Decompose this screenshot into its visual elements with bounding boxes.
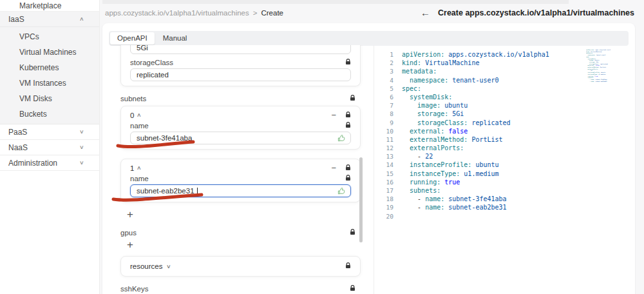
- subnet-item-0-header[interactable]: 0 ∧ −: [130, 111, 351, 119]
- lock-icon: [350, 95, 355, 103]
- subnet-item-0-card: 0 ∧ − name: [120, 106, 361, 150]
- chevron-down-icon: ∨: [79, 129, 84, 135]
- form-scrollbar[interactable]: [359, 157, 363, 242]
- sidebar-item-buckets[interactable]: Buckets: [0, 106, 99, 122]
- sidebar-item-virtual-machines[interactable]: Virtual Machines: [0, 44, 99, 60]
- code-line: 20: [374, 212, 635, 220]
- systemdisk-card: storageClass: [120, 45, 361, 86]
- main-area: apps.cozystack.io/v1alpha1/virtualmachin…: [100, 0, 644, 294]
- add-gpu-button[interactable]: +: [120, 239, 361, 251]
- create-card: OpenAPI Manual storageClass: [102, 23, 635, 294]
- yaml-editor[interactable]: 1apiVersion: apps.cozystack.io/v1alpha12…: [374, 45, 635, 294]
- code-line: 11 externalMethod: PortList: [374, 135, 635, 144]
- code-line: 17 subnets:: [374, 186, 635, 195]
- code-line: 14 instanceProfile: ubuntu: [374, 161, 635, 169]
- remove-item-button[interactable]: −: [331, 163, 336, 173]
- subnet-item-1-card: 1 ∧ − name: [120, 159, 361, 202]
- subnets-label: subnets: [120, 95, 146, 103]
- thumbs-up-icon[interactable]: [337, 187, 346, 197]
- code-line: 19 - name: subnet-eab2be31: [374, 203, 635, 211]
- thumbs-up-icon[interactable]: [337, 134, 346, 144]
- chevron-up-icon: ∧: [79, 16, 84, 22]
- code-line: 16 running: true: [374, 178, 635, 186]
- sidebar-item-marketplace[interactable]: Marketplace: [0, 0, 99, 12]
- name-label: name: [130, 175, 149, 182]
- subnet-1-name-input[interactable]: [137, 187, 334, 195]
- breadcrumb-path[interactable]: apps.cozystack.io/v1alpha1/virtualmachin…: [105, 9, 249, 17]
- minimap-content: apiVersion: apps.cozystack.io/v1alpha1ki…: [586, 49, 611, 82]
- tab-openapi[interactable]: OpenAPI: [110, 32, 155, 44]
- subnet-0-name-label-row: name: [130, 121, 351, 130]
- sidebar-item-vpcs[interactable]: VPCs: [0, 29, 99, 44]
- remove-item-button[interactable]: −: [331, 110, 336, 120]
- code-line: 12 externalPorts:: [374, 144, 635, 152]
- sidebar-group-iaas: IaaS ∧ VPCs Virtual Machines Kubernetes …: [0, 12, 99, 124]
- tab-bar: OpenAPI Manual: [109, 31, 629, 46]
- sidebar-item-label: VM Disks: [19, 94, 52, 103]
- sidebar-item-vm-disks[interactable]: VM Disks: [0, 91, 99, 106]
- sidebar-item-label: Marketplace: [19, 1, 61, 10]
- add-subnet-button[interactable]: +: [120, 209, 361, 220]
- item-index: 0: [130, 112, 134, 119]
- top-strip: [102, 0, 569, 4]
- back-arrow-icon[interactable]: ←: [421, 7, 430, 18]
- text-cursor: [197, 188, 198, 195]
- lock-icon: [350, 285, 355, 293]
- sidebar-group-label: IaaS: [8, 15, 24, 24]
- storage-input[interactable]: [137, 45, 334, 52]
- code-line: 8 storage: 5Gi: [374, 110, 635, 118]
- sidebar-item-vm-instances[interactable]: VM Instances: [0, 75, 99, 91]
- code-line: 13 - 22: [374, 152, 635, 161]
- code-line: 15 instanceType: u1.medium: [374, 170, 635, 178]
- sidebar-group-header-naas[interactable]: NaaS ∨: [0, 140, 99, 155]
- chevron-down-icon: ∨: [166, 264, 171, 270]
- breadcrumb-separator: >: [253, 9, 258, 17]
- storageclass-input[interactable]: [137, 71, 334, 79]
- minimap[interactable]: apiVersion: apps.cozystack.io/v1alpha1ki…: [586, 49, 611, 94]
- sidebar-item-kubernetes[interactable]: Kubernetes: [0, 60, 99, 75]
- lock-icon: [345, 262, 351, 270]
- code-line: 10 external: false: [374, 127, 635, 135]
- code-line: 9 storageClass: replicated: [374, 119, 635, 127]
- sidebar-group-label: PaaS: [8, 128, 27, 137]
- breadcrumb-current: Create: [261, 9, 283, 17]
- storage-input-wrap: [130, 45, 351, 54]
- sidebar-group-label: Administration: [8, 159, 57, 168]
- chevron-down-icon: ∨: [79, 144, 84, 150]
- item-index: 1: [130, 164, 134, 172]
- breadcrumb: apps.cozystack.io/v1alpha1/virtualmachin…: [105, 9, 283, 17]
- drawer-header: ← Create apps.cozystack.io/v1alpha1/virt…: [421, 7, 634, 18]
- sidebar-group-header-iaas[interactable]: IaaS ∧: [0, 12, 99, 27]
- storageclass-label-row: storageClass: [130, 58, 351, 66]
- gpus-label-row: gpus: [120, 228, 361, 237]
- sidebar-item-label: VPCs: [19, 32, 39, 41]
- form-panel: storageClass subnets: [102, 45, 374, 294]
- code-line: 18 - name: subnet-3fe41aba: [374, 195, 635, 203]
- subnet-item-1-header[interactable]: 1 ∧ −: [130, 164, 351, 172]
- chevron-up-icon: ∧: [137, 165, 142, 171]
- subnet-1-name-label-row: name: [130, 174, 351, 182]
- gpus-label: gpus: [120, 229, 137, 237]
- resources-label: resources: [130, 262, 163, 270]
- subnet-0-name-input[interactable]: [137, 134, 334, 142]
- resources-card[interactable]: resources ∨: [120, 256, 361, 277]
- sidebar-group-header-administration[interactable]: Administration ∨: [0, 155, 99, 171]
- page-title: Create apps.cozystack.io/v1alpha1/virtua…: [438, 8, 634, 17]
- sidebar-group-header-paas[interactable]: PaaS ∨: [0, 124, 99, 140]
- tab-manual[interactable]: Manual: [156, 32, 194, 44]
- subnets-label-row: subnets: [120, 94, 361, 103]
- sidebar-item-label: Virtual Machines: [19, 48, 77, 57]
- sidebar: Marketplace IaaS ∧ VPCs Virtual Machines…: [0, 0, 100, 294]
- chevron-up-icon: ∧: [137, 112, 142, 118]
- lock-icon: [345, 175, 351, 182]
- subnet-0-name-input-wrap: [130, 132, 351, 144]
- sidebar-group-children: VPCs Virtual Machines Kubernetes VM Inst…: [0, 27, 99, 124]
- sidebar-item-label: Kubernetes: [19, 63, 59, 72]
- code-line: 7 image: ubuntu: [374, 101, 635, 110]
- sidebar-group-label: NaaS: [8, 143, 28, 152]
- lock-icon: [345, 112, 351, 119]
- storageclass-label: storageClass: [130, 59, 173, 66]
- lock-icon: [345, 59, 351, 66]
- sidebar-item-label: VM Instances: [19, 79, 66, 88]
- sidebar-item-label: Buckets: [19, 110, 47, 119]
